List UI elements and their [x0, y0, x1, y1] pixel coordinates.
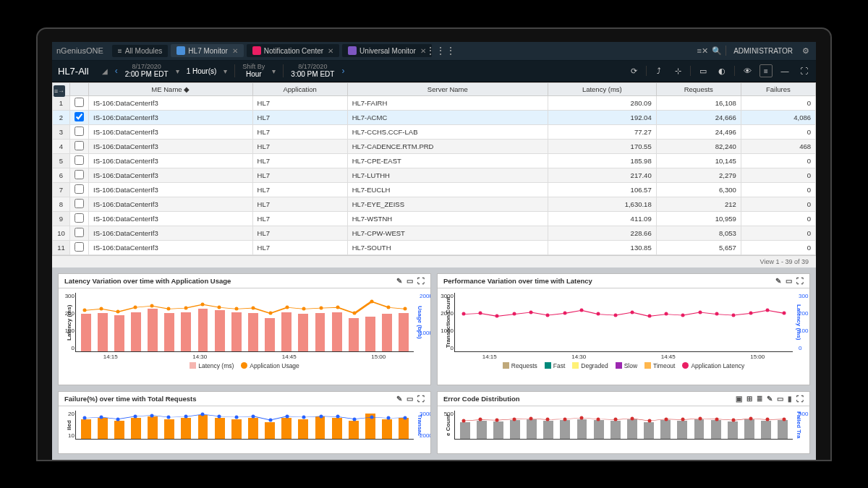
settings-icon[interactable]: ✎	[396, 395, 402, 403]
row-checkbox[interactable]	[75, 228, 84, 237]
expand-icon[interactable]: ⛶	[796, 277, 804, 285]
table-row[interactable]: 9IS-106:DataCenterIf3HL7HL7-WSTNH411.091…	[53, 211, 816, 226]
expand-icon[interactable]: ⛶	[796, 395, 804, 403]
table-row[interactable]: 1IS-106:DataCenterIf3HL7HL7-FAIRH280.091…	[53, 95, 816, 110]
row-checkbox[interactable]	[75, 127, 84, 136]
image-icon[interactable]: ▭	[407, 277, 413, 285]
image-icon[interactable]: ▭	[407, 395, 413, 403]
image-icon[interactable]: ▭	[786, 277, 792, 285]
config-icon[interactable]: ▣	[736, 395, 742, 403]
image-icon[interactable]: ▭	[697, 64, 710, 77]
sidebar-toggle-icon[interactable]: ≡→	[54, 85, 65, 97]
share-icon[interactable]: ⤴	[652, 64, 665, 77]
user-label[interactable]: ADMINISTRATOR	[733, 47, 793, 55]
panel-latency-variation: Latency Variation over time with Applica…	[58, 273, 431, 386]
clear-icon[interactable]: ≡✕	[697, 45, 708, 56]
col-latency[interactable]: Latency (ms)	[548, 82, 656, 95]
image-icon[interactable]: ▭	[777, 395, 783, 403]
col-checkbox[interactable]	[70, 82, 89, 95]
table-row[interactable]: 2IS-106:DataCenterIf3HL7HL7-ACMC192.0424…	[53, 110, 816, 124]
expand-icon[interactable]: ⛶	[797, 64, 810, 77]
row-checkbox[interactable]	[75, 155, 84, 165]
table-row[interactable]: 3IS-106:DataCenterIf3HL7HL7-CCHS.CCF-LAB…	[53, 124, 816, 139]
shift-by-select[interactable]: Shift By Hour	[242, 64, 265, 79]
col-requests[interactable]: Requests	[656, 82, 741, 95]
list-icon[interactable]: ≣	[757, 395, 762, 403]
bar-icon[interactable]: ▮	[788, 395, 792, 403]
row-checkbox[interactable]	[75, 184, 84, 194]
data-table: ME Name ◆ Application Server Name Latenc…	[52, 82, 816, 255]
end-datetime[interactable]: 8/17/2020 3:00 PM EDT	[291, 64, 334, 79]
row-checkbox[interactable]	[75, 199, 84, 208]
col-server-name[interactable]: Server Name	[347, 82, 548, 95]
prev-range-icon[interactable]: ‹	[115, 66, 118, 76]
row-checkbox[interactable]	[75, 112, 84, 121]
view-count-label: View 1 - 39 of 39	[52, 255, 816, 267]
table-row[interactable]: 11IS-106:DataCenterIf3HL7HL7-SOUTH130.85…	[53, 240, 816, 254]
start-datetime[interactable]: 8/17/2020 2:00 PM EDT	[125, 64, 169, 79]
tab-hl7-monitor[interactable]: HL7 Monitor✕	[171, 44, 243, 57]
col-me-name[interactable]: ME Name ◆	[89, 82, 253, 95]
close-icon[interactable]: ✕	[328, 47, 333, 55]
row-checkbox[interactable]	[75, 98, 84, 107]
row-checkbox[interactable]	[75, 141, 84, 150]
duration-select[interactable]: 1 Hour(s)	[187, 67, 217, 75]
app-logo: nGeniusONE	[56, 46, 103, 55]
sort-icon: ◆	[184, 85, 190, 93]
grid-icon[interactable]: ⊞	[746, 395, 752, 403]
table-row[interactable]: 5IS-106:DataCenterIf3HL7HL7-CPE-EAST185.…	[53, 153, 816, 168]
table-row[interactable]: 7IS-106:DataCenterIf3HL7HL7-EUCLH106.576…	[53, 182, 816, 197]
globe-icon	[348, 46, 357, 55]
search-icon[interactable]: 🔍	[711, 45, 723, 56]
table-row[interactable]: 10IS-106:DataCenterIf3HL7HL7-CPW-WEST228…	[53, 226, 816, 240]
row-checkbox[interactable]	[75, 213, 84, 223]
panel-performance-variation: Performance Variation over time with Lat…	[437, 273, 810, 386]
bell-icon	[252, 46, 261, 55]
tab-all-modules[interactable]: ≡All Modules	[112, 45, 169, 57]
eye-icon[interactable]: 👁	[741, 64, 754, 77]
expand-icon[interactable]: ⛶	[417, 277, 425, 285]
table-row[interactable]: 4IS-106:DataCenterIf3HL7HL7-CADENCE.RTM.…	[53, 139, 816, 153]
tab-universal-monitor[interactable]: Universal Monitor✕	[342, 44, 432, 57]
table-row[interactable]: 6IS-106:DataCenterIf3HL7HL7-LUTHH217.402…	[53, 168, 816, 182]
gear-icon[interactable]: ⚙	[800, 45, 812, 56]
next-range-icon[interactable]: ›	[341, 66, 344, 76]
network-icon[interactable]: ⊹	[671, 64, 684, 77]
layers-icon: ≡	[118, 47, 122, 55]
pie-icon[interactable]: ◐	[715, 64, 728, 77]
settings-icon[interactable]: ✎	[767, 395, 773, 403]
row-checkbox[interactable]	[75, 242, 84, 252]
tab-notification-center[interactable]: Notification Center✕	[247, 44, 339, 57]
panel-failure-percent: Failure(%) over time with Total Requests…	[58, 391, 431, 454]
settings-icon[interactable]: ✎	[396, 277, 402, 285]
minimize-icon[interactable]: —	[778, 64, 791, 77]
table-row[interactable]: 8IS-106:DataCenterIf3HL7HL7-EYE_ZEISS1,6…	[53, 197, 816, 211]
panel-error-distribution: Error Code Distribution ▣ ⊞ ≣ ✎ ▭ ▮ ⛶ e …	[437, 391, 810, 454]
expand-icon[interactable]: ⛶	[417, 395, 425, 403]
page-title: HL7-All	[58, 66, 89, 77]
apps-grid-icon[interactable]: ⋮⋮⋮	[435, 45, 446, 56]
close-icon[interactable]: ✕	[232, 47, 238, 55]
time-range-bar: HL7-All ◢ ‹ 8/17/2020 2:00 PM EDT ▾ 1 Ho…	[52, 61, 816, 82]
hl7-icon	[176, 46, 185, 55]
settings-icon[interactable]: ✎	[775, 277, 781, 285]
list-icon[interactable]: ≡	[760, 64, 773, 77]
col-application[interactable]: Application	[252, 82, 347, 95]
row-checkbox[interactable]	[75, 170, 84, 179]
top-bar: nGeniusONE ≡All Modules HL7 Monitor✕ Not…	[52, 42, 816, 61]
col-failures[interactable]: Failures	[741, 82, 815, 95]
refresh-icon[interactable]: ⟳	[627, 64, 640, 77]
